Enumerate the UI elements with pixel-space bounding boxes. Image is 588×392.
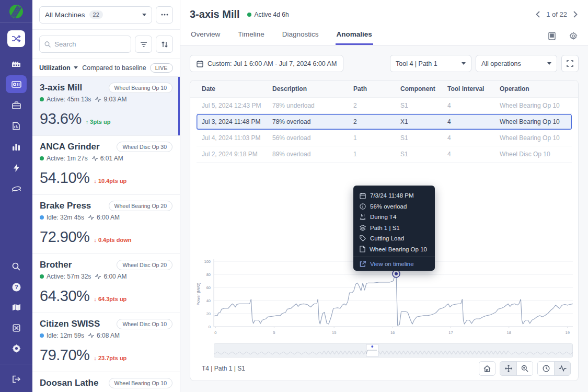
chevron-left-icon	[536, 11, 540, 18]
shuffle-button[interactable]	[7, 30, 25, 47]
tab-bar: Overview Timeline Diagnostics Anomalies	[180, 26, 588, 45]
sidebar-item-analytics[interactable]	[6, 138, 27, 156]
sidebar-item-map[interactable]	[6, 298, 27, 316]
sort-button[interactable]	[156, 36, 173, 53]
more-options-button[interactable]	[156, 6, 173, 24]
view-on-timeline-link[interactable]: View on timeline	[353, 257, 435, 271]
operation-pill: Wheel Bearing Op 10	[109, 378, 172, 388]
tab-timeline[interactable]: Timeline	[237, 26, 266, 45]
chart-minimap[interactable]	[214, 343, 573, 360]
utilization-percent: 54.10%	[40, 169, 89, 187]
svg-text:40: 40	[206, 298, 211, 303]
zoom-mode-button[interactable]	[516, 362, 533, 375]
anomaly-tooltip: 7/3/24 11:48 PM 56% overload During T4 P…	[353, 186, 435, 271]
zoom-in-icon	[521, 365, 528, 372]
waveform-icon	[559, 365, 567, 372]
machine-name: 3-axis Mill	[40, 83, 82, 93]
sidebar-item-machines[interactable]	[6, 75, 27, 93]
status-time: 6:08 AM	[97, 332, 120, 339]
operation-pill: Wheel Disc Op 10	[117, 319, 172, 329]
metric-dropdown[interactable]: Utilization	[39, 64, 78, 72]
machine-card-brother[interactable]: Brother Wheel Disc Op 20 Active: 57m 32s…	[32, 254, 180, 313]
svg-text:15: 15	[332, 330, 336, 335]
search-icon	[12, 262, 20, 271]
status-text: Active: 57m 32s	[47, 273, 91, 280]
machine-card-anca-grinder[interactable]: ANCA Grinder Wheel Disc Op 30 Active: 1m…	[32, 136, 180, 195]
machines-dropdown-label: All Machines	[45, 11, 85, 19]
machine-card-doosan-lathe[interactable]: Doosan Lathe Wheel Bearing Op 10 Active:…	[32, 372, 180, 392]
sidebar-item-logout[interactable]	[6, 370, 27, 388]
calendar-icon	[360, 192, 366, 199]
pan-mode-button[interactable]	[500, 362, 516, 375]
machine-card-citizen-swiss[interactable]: Citizen SWISS Wheel Disc Op 10 Idle: 12m…	[32, 313, 180, 372]
activity-pulse-icon	[95, 97, 101, 102]
filter-button[interactable]	[135, 36, 152, 53]
tooltip-tool-interval: During T4	[370, 214, 396, 220]
operation-pill: Wheel Disc Op 20	[117, 260, 172, 270]
tool-path-dropdown[interactable]: Tool 4 | Path 1	[390, 55, 471, 72]
table-header: Date Description Path Component Tool int…	[190, 80, 578, 98]
sidebar-item-grinder[interactable]	[6, 180, 27, 198]
machines-dropdown[interactable]: All Machines 22	[39, 6, 152, 24]
status-dot	[40, 333, 44, 338]
anomalies-content: Custom: Jul 1 6:00 AM - Jul 7, 2024 6:00…	[180, 45, 588, 381]
tooltip-path-component: Path 1 | S1	[370, 225, 400, 231]
compare-baseline: Compared to baseline LIVE	[82, 63, 173, 73]
reset-view-button[interactable]	[479, 361, 495, 376]
tooltip-operation: Wheel Bearing Op 10	[370, 246, 427, 252]
sidebar-item-reports[interactable]	[6, 117, 27, 135]
svg-text:0: 0	[214, 330, 216, 335]
gear-icon	[569, 32, 578, 40]
fullscreen-button[interactable]	[561, 55, 579, 72]
page-title: 3-axis Mill	[190, 8, 240, 20]
prev-machine-button[interactable]	[536, 11, 540, 18]
sidebar-item-toolbox[interactable]	[6, 96, 27, 114]
tab-overview[interactable]: Overview	[190, 26, 221, 45]
col-description: Description	[272, 85, 353, 93]
tab-anomalies[interactable]: Anomalies	[336, 26, 373, 45]
settings-button[interactable]	[569, 32, 578, 40]
search-input[interactable]	[54, 40, 126, 48]
machine-card-brake-press[interactable]: Brake Press Wheel Bearing Op 20 Idle: 32…	[32, 195, 180, 254]
sidebar-item-integrations[interactable]	[6, 319, 27, 337]
tab-diagnostics[interactable]: Diagnostics	[281, 26, 320, 45]
machine-search[interactable]	[39, 36, 131, 53]
sort-arrows-icon	[161, 41, 168, 48]
table-row[interactable]: Jul 4, 2024 11:03 PM56% overload 1S1 4Wh…	[197, 130, 572, 146]
date-range-button[interactable]: Custom: Jul 1 6:00 AM - Jul 7, 2024 6:00…	[190, 55, 343, 72]
anomalies-card: Date Description Path Component Tool int…	[190, 80, 579, 381]
logout-icon	[12, 375, 21, 383]
next-machine-button[interactable]	[573, 11, 578, 18]
table-row-selected[interactable]: Jul 3, 2024 11:48 PM78% overload 2X1 4Wh…	[197, 114, 572, 130]
sidebar-item-power[interactable]	[6, 159, 27, 177]
app-logo[interactable]	[0, 0, 32, 23]
factory-icon	[11, 59, 21, 67]
svg-text:5: 5	[273, 330, 275, 335]
utilization-percent: 64.30%	[40, 287, 89, 305]
time-view-button[interactable]	[538, 362, 554, 375]
tool-path-label: Tool 4 | Path 1	[396, 60, 437, 67]
file-icon	[360, 246, 365, 252]
signal-view-button[interactable]	[554, 362, 570, 375]
header-status-text: Active 4d 6h	[255, 11, 289, 18]
machine-name: Citizen SWISS	[40, 319, 100, 329]
status-dot	[40, 215, 44, 220]
sidebar-item-factory[interactable]	[6, 54, 27, 72]
machine-card-3-axis-mill[interactable]: 3-axis Mill Wheel Bearing Op 10 Active: …	[32, 77, 180, 136]
operations-dropdown[interactable]: All operations	[476, 55, 557, 72]
table-row[interactable]: Jul 5, 2024 12:43 PM78% underload 2S1 4W…	[197, 98, 572, 114]
kiosk-display-button[interactable]	[548, 32, 556, 40]
sidebar-item-help[interactable]: ?	[6, 278, 27, 296]
info-icon	[360, 203, 366, 210]
chevron-down-icon	[462, 62, 466, 65]
tooltip-metric: Cutting Load	[370, 235, 404, 241]
utilization-delta: ↓ 23.7pts up	[94, 355, 126, 361]
table-row[interactable]: Jul 2, 2024 9:18 PM89% overload 1S1 4Whe…	[197, 146, 572, 163]
chevron-down-icon	[142, 14, 146, 16]
sidebar-item-search[interactable]	[6, 258, 27, 275]
tablet-display-icon	[548, 32, 556, 40]
utilization-percent: 79.70%	[40, 347, 89, 364]
machine-list-panel: All Machines 22 Util	[32, 0, 180, 392]
pan-arrows-icon	[505, 365, 512, 372]
sidebar-item-settings[interactable]	[6, 339, 27, 357]
